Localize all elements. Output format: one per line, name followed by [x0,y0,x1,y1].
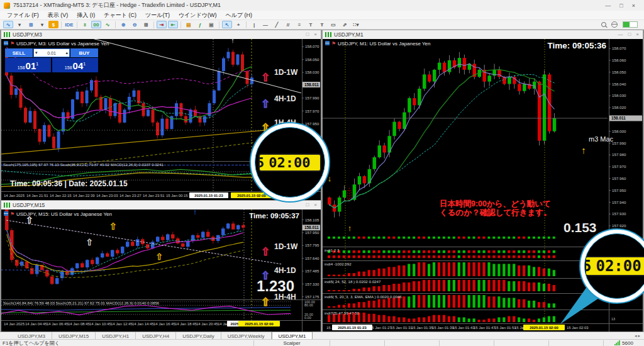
zoom-in-button[interactable]: ⊕ [118,21,128,28]
lot-value: 0.01 [47,51,56,55]
maximize-button[interactable]: □ [619,3,623,9]
m1-minimize-button[interactable]: — [618,31,623,37]
svg-text:80.00: 80.00 [304,303,313,307]
candles-button[interactable]: 00 [91,21,101,28]
svg-text:158.040: 158.040 [612,82,626,86]
svg-text:2025.01.15 01:23: 2025.01.15 01:23 [194,194,223,198]
svg-text:157.920: 157.920 [612,223,626,228]
candlestick-icon [4,203,10,208]
menu-item[interactable]: ウインドウ(W) [174,11,221,20]
connection-status: 5600 [603,340,644,346]
buy-button[interactable]: BUY [70,48,98,57]
menu-item[interactable]: ヘルプ (H) [221,11,257,20]
chart-type-dropdown[interactable]: ▾ [14,21,25,28]
svg-text:15 Jan 01:27: 15 Jan 01:27 [370,326,392,330]
community-icon[interactable] [611,21,618,28]
app-title-bar[interactable]: 75137214 - XMTrading-MT5 3: デモ口座 - Hedge… [0,0,644,11]
svg-text:14 Jan 16:45: 14 Jan 16:45 [153,322,175,326]
tab-scroll-arrows[interactable]: ◂ ▸ [631,332,644,339]
crosshair-button[interactable]: + [233,21,243,28]
chart-type-button[interactable]: ∿ [3,21,13,28]
arrows-button[interactable]: ⇗ [340,21,350,28]
chart-tab-USDJPY,H4[interactable]: USDJPY,H4 [136,332,176,339]
svg-text:USDJPY, M3: US Dollar vs Japa: USDJPY, M3: US Dollar vs Japanese Yen [16,41,109,47]
svg-text:15 Jan 01:35: 15 Jan 01:35 [411,326,433,330]
lot-up-icon[interactable]: ▴ [65,50,68,55]
mt5-application: { "app": {"title": "75137214 - XMTrading… [0,0,644,346]
svg-text:157.330: 157.330 [305,282,319,286]
menu-bar: ファイル (F)表示 (V)挿入 (I)チャート (C)ツール(T)ウインドウ(… [0,11,644,20]
chart-window-m15[interactable]: USDJPY,M15 □ × Stoch(140,84,84) 76.59 48… [1,200,321,332]
svg-text:158.060: 158.060 [612,58,626,62]
indicators-button[interactable]: ƒ [195,21,205,28]
chart-tab-USDJPY,M15[interactable]: USDJPY,M15 [52,332,96,339]
lot-down-icon[interactable]: ▾ [35,50,38,55]
toolbar-separator [115,21,116,28]
hline-button[interactable]: — [260,21,270,28]
new-chart-button[interactable]: ⊞ [26,21,36,28]
chart-tab-USDJPY,H1[interactable]: USDJPY,H1 [96,332,136,339]
menu-item[interactable]: ツール(T) [141,11,174,20]
channel-button[interactable]: // [283,21,293,28]
cursor-button[interactable]: ↖ [222,21,232,28]
chart-tab-USDJPY,Weekly[interactable]: USDJPY,Weekly [221,332,272,339]
fibo-button[interactable]: ≡ [294,21,304,28]
objects-dropdown[interactable]: ∷▾ [351,21,361,28]
menu-item[interactable]: チャート (C) [99,11,141,20]
status-cells: Scalper [253,340,603,346]
svg-text:157.950: 157.950 [305,121,319,126]
window-controls: — □ × [605,3,640,9]
text-button[interactable]: T [306,21,316,28]
status-cell [330,340,384,346]
menu-item[interactable]: ファイル (F) [3,11,43,20]
svg-text:14 Jan 12:45: 14 Jan 12:45 [111,322,133,326]
search-icon[interactable] [601,22,606,27]
rectangle-button[interactable]: ▭ [328,21,338,28]
auto-scroll-button[interactable]: ⇤ [168,21,178,28]
toolbar-separator [61,21,62,28]
minimize-button[interactable]: — [605,3,611,9]
m15-window-title-bar[interactable]: USDJPY,M15 □ × [1,201,321,209]
m15-close-button[interactable]: × [314,202,317,208]
svg-text:15 Jan 01:47: 15 Jan 01:47 [474,326,496,330]
line-chart-button[interactable]: ∿ [103,21,113,28]
svg-text:157.485: 157.485 [305,269,319,273]
close-button[interactable]: × [632,3,635,9]
chart-tab-USDJPY,M1[interactable]: USDJPY,M1 [272,332,313,339]
m15-restore-button[interactable]: □ [306,202,309,208]
sell-button[interactable]: SELL [5,48,33,57]
svg-text:0.00: 0.00 [304,316,311,320]
svg-text:⇧: ⇧ [261,72,270,84]
m1-close-button[interactable]: × [636,31,639,37]
m3-window-title-bar[interactable]: USDJPY,M3 □ × [1,30,321,38]
lot-size-stepper[interactable]: ▾ 0.01 ▴ [33,48,70,57]
svg-text:m3 Mac: m3 Mac [589,135,614,143]
zoom-out-button[interactable]: ⊖ [130,21,140,28]
metaeditor-ide-button[interactable]: IDE [64,21,74,28]
chart-tab-USDJPY,Daily[interactable]: USDJPY,Daily [176,332,221,339]
bars-button[interactable]: ‖ [80,21,90,28]
pitchfork-button[interactable]: Ŧ [317,21,327,28]
m15-chart-canvas[interactable]: Stoch(140,84,84) 76.59 48.03 Stoch(35,21… [1,209,321,332]
svg-text:Stoch(175,105,105) 67.97 76.10: Stoch(175,105,105) 67.97 76.10 Stoch(35,… [3,162,164,167]
vline-button[interactable]: | [249,21,259,28]
status-cell [384,340,439,346]
m3-close-button[interactable]: × [314,31,317,37]
menu-item[interactable]: 表示 (V) [43,11,73,20]
menu-item[interactable]: 挿入 (I) [72,11,99,20]
svg-text:157.795: 157.795 [305,243,319,247]
new-chart-dropdown[interactable]: ▾ [37,21,47,28]
algo-trading-button[interactable]: $ [48,21,58,28]
svg-text:indi1 2 3: indi1 2 3 [325,248,340,252]
templates-button[interactable]: ▤ [184,21,194,28]
grid-button[interactable]: ⊞ [141,21,151,28]
m1-restore-button[interactable]: □ [628,31,631,37]
m3-restore-button[interactable]: □ [306,31,309,37]
chart-tab-USDJPY,M3[interactable]: USDJPY,M3 [11,332,52,339]
shift-end-button[interactable]: ⇥ [157,21,167,28]
screenshot-button[interactable]: ▣ [206,21,216,28]
signal-bars-icon [614,340,620,345]
trendline-button[interactable]: ╱ [272,21,282,28]
m1-window-title-bar[interactable]: USDJPY,M1 — □ × [323,30,643,38]
m3-window-controls: □ × [306,31,318,37]
